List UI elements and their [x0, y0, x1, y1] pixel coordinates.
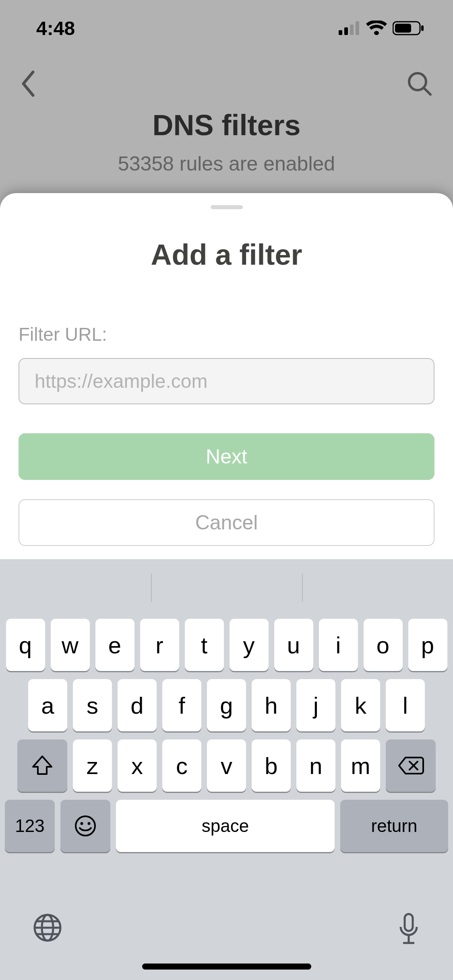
suggestion-slot[interactable]	[302, 565, 453, 611]
key-f[interactable]: f	[162, 679, 201, 731]
key-b[interactable]: b	[252, 739, 291, 792]
key-h[interactable]: h	[252, 679, 291, 731]
numbers-key[interactable]: 123	[5, 800, 55, 852]
next-button[interactable]: Next	[19, 433, 434, 480]
suggestion-slot[interactable]	[151, 565, 302, 611]
key-m[interactable]: m	[341, 739, 380, 792]
return-key[interactable]: return	[340, 800, 448, 852]
key-s[interactable]: s	[73, 679, 112, 731]
key-l[interactable]: l	[386, 679, 425, 731]
key-x[interactable]: x	[118, 739, 157, 792]
key-a[interactable]: a	[28, 679, 67, 731]
key-e[interactable]: e	[95, 619, 134, 671]
svg-rect-17	[405, 914, 413, 931]
cancel-button[interactable]: Cancel	[19, 499, 434, 546]
keyboard: qwertyuiop asdfghjkl zxcvbnm 123	[0, 559, 453, 980]
backspace-key[interactable]	[386, 739, 436, 792]
sheet-grabber[interactable]	[211, 205, 243, 209]
svg-point-13	[88, 822, 91, 825]
emoji-icon	[74, 815, 97, 837]
sheet-title: Add a filter	[19, 238, 434, 271]
svg-point-12	[81, 822, 83, 825]
key-y[interactable]: y	[230, 619, 269, 671]
key-o[interactable]: o	[364, 619, 403, 671]
shift-key[interactable]	[17, 739, 67, 792]
globe-key[interactable]	[32, 912, 63, 945]
key-p[interactable]: p	[408, 619, 447, 671]
microphone-icon	[397, 912, 421, 947]
key-t[interactable]: t	[185, 619, 224, 671]
suggestion-slot[interactable]	[0, 565, 151, 611]
key-d[interactable]: d	[118, 679, 157, 731]
backspace-icon	[397, 756, 424, 775]
key-k[interactable]: k	[341, 679, 380, 731]
dictation-key[interactable]	[397, 912, 421, 949]
globe-icon	[32, 912, 63, 943]
filter-url-label: Filter URL:	[19, 323, 434, 345]
key-v[interactable]: v	[207, 739, 246, 792]
keyboard-suggestions	[0, 565, 453, 611]
key-j[interactable]: j	[296, 679, 335, 731]
key-w[interactable]: w	[51, 619, 90, 671]
key-i[interactable]: i	[319, 619, 358, 671]
emoji-key[interactable]	[60, 800, 110, 852]
key-q[interactable]: q	[6, 619, 45, 671]
space-key[interactable]: space	[116, 800, 335, 852]
key-u[interactable]: u	[274, 619, 313, 671]
home-indicator[interactable]	[142, 964, 311, 970]
key-n[interactable]: n	[296, 739, 335, 792]
shift-icon	[31, 755, 53, 776]
filter-url-input[interactable]	[19, 358, 434, 404]
svg-point-11	[76, 816, 95, 836]
key-z[interactable]: z	[73, 739, 112, 792]
key-r[interactable]: r	[140, 619, 179, 671]
key-c[interactable]: c	[162, 739, 201, 792]
key-g[interactable]: g	[207, 679, 246, 731]
